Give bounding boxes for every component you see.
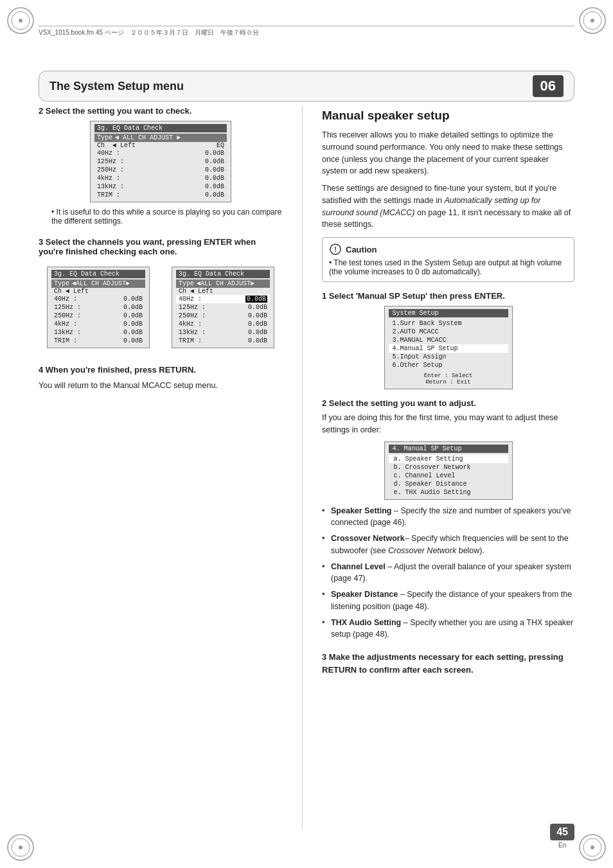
ss-item-2: 2.AUTO MCACC xyxy=(389,328,508,336)
eq-data-check-screen-1: 3g. EQ Data Check Type◄ ALL CH ADJUST ► … xyxy=(90,121,231,202)
sp-setup-screen: 4. Manual SP Setup a. Speaker Setting b.… xyxy=(384,441,513,500)
sp-item-c: c. Channel Level xyxy=(389,472,508,480)
step2-bullet-note: It is useful to do this while a source i… xyxy=(46,208,283,226)
screen1-row-250hz: 250Hz :0.0dB xyxy=(94,166,227,174)
screen1-row-trim: TRIM :0.0dB xyxy=(94,191,227,199)
screen1-row-13khz: 13kHz :0.0dB xyxy=(94,182,227,191)
step3-heading: 3 Select the channels you want, pressing… xyxy=(39,237,283,256)
bullet-speaker-setting: Speaker Setting – Specify the size and n… xyxy=(322,505,574,529)
ss-screen-title: System Setup xyxy=(389,309,508,317)
column-divider xyxy=(302,106,303,829)
feature-bullet-list: Speaker Setting – Specify the size and n… xyxy=(322,505,574,641)
ss-item-4: 4.Manual SP Setup xyxy=(389,344,508,353)
screen1-row-40hz: 40Hz :0.0dB xyxy=(94,149,227,157)
system-setup-screen: System Setup 1.Surr Back System 2.AUTO M… xyxy=(384,306,513,389)
svg-point-11 xyxy=(591,846,594,849)
page-number-area: 45 En xyxy=(550,824,574,849)
eq-data-check-screen-2b: 3g. EQ Data Check Type◄ALL CH ADJUST► Ch… xyxy=(172,267,274,348)
step4-text: You will return to the Manual MCACC setu… xyxy=(39,380,283,392)
svg-point-8 xyxy=(19,846,22,849)
svg-point-5 xyxy=(591,19,594,22)
bullet-crossover-network: Crossover Network– Specify which frequen… xyxy=(322,533,574,557)
page-number: 45 xyxy=(550,824,574,840)
bullet-speaker-distance: Speaker Distance – Specify the distance … xyxy=(322,589,574,613)
ss-item-5: 5.Input Assign xyxy=(389,353,508,361)
ss-item-1: 1.Surr Back System xyxy=(389,319,508,328)
sp-item-e: e. THX Audio Setting xyxy=(389,488,508,497)
ss-item-3: 3.MANUAL MCACC xyxy=(389,336,508,344)
eq-data-check-screen-2a: 3g. EQ Data Check Type◄ALL CH ADJUST► Ch… xyxy=(47,267,150,348)
caution-title: ! Caution xyxy=(329,243,567,256)
corner-decoration-br xyxy=(577,832,608,863)
bullet-thx-audio: THX Audio Setting – Specify whether you … xyxy=(322,617,574,641)
two-screens-container: 3g. EQ Data Check Type◄ALL CH ADJUST► Ch… xyxy=(39,261,283,353)
page-lang: En xyxy=(558,842,566,849)
corner-decoration-tl xyxy=(5,5,36,36)
screen1-type-row: Type◄ ALL CH ADJUST ► xyxy=(94,134,227,142)
right-step2-heading: 2 Select the setting you want to adjust. xyxy=(322,398,574,408)
right-column: Manual speaker setup This receiver allow… xyxy=(322,106,574,829)
corner-decoration-bl xyxy=(5,832,36,863)
page-title: The System Setup menu xyxy=(49,80,525,93)
caution-box: ! Caution • The test tones used in the S… xyxy=(322,237,574,282)
bullet-channel-level: Channel Level – Adjust the overall balan… xyxy=(322,561,574,585)
ss-footer: Enter : SelectReturn : Exit xyxy=(389,372,508,386)
main-content: 2 Select the setting you want to check. … xyxy=(39,106,574,829)
sp-item-b: b. Crossover Network xyxy=(389,463,508,472)
ss-item-6: 6.Other Setup xyxy=(389,361,508,369)
svg-point-2 xyxy=(19,19,22,22)
intro-paragraph-2: These settings are designed to fine-tune… xyxy=(322,182,574,231)
left-column: 2 Select the setting you want to check. … xyxy=(39,106,283,829)
screen1-row-4khz: 4kHz :0.0dB xyxy=(94,174,227,182)
corner-decoration-tr xyxy=(577,5,608,36)
chapter-badge: 06 xyxy=(533,75,564,97)
step4-heading: 4 When you're finished, press RETURN. xyxy=(39,365,283,375)
screen1-title: 3g. EQ Data Check xyxy=(94,124,227,132)
caution-icon: ! xyxy=(329,243,342,256)
screen1-ch-row: Ch ◄ LeftEQ xyxy=(94,142,227,149)
step3-final: 3 Make the adjustments necessary for eac… xyxy=(322,651,574,676)
section-title: Manual speaker setup xyxy=(322,109,574,123)
screen1-row-125hz: 125Hz :0.0dB xyxy=(94,157,227,166)
intro-paragraph-1: This receiver allows you to make detaile… xyxy=(322,129,574,177)
file-metadata: VSX_1015.book.fm 45 ページ ２００５年３月７日 月曜日 午後… xyxy=(39,26,574,37)
sp-item-d: d. Speaker Distance xyxy=(389,480,508,488)
svg-text:!: ! xyxy=(334,245,337,253)
sp-screen-title: 4. Manual SP Setup xyxy=(389,445,508,453)
right-step1-heading: 1 Select 'Manual SP Setup' then press EN… xyxy=(322,291,574,301)
header-bar: The System Setup menu 06 xyxy=(39,71,574,102)
step2-heading: 2 Select the setting you want to check. xyxy=(39,106,283,116)
caution-text: • The test tones used in the System Setu… xyxy=(329,258,567,276)
sp-item-a: a. Speaker Setting xyxy=(389,455,508,463)
step2-body-text: If you are doing this for the first time… xyxy=(322,412,574,436)
